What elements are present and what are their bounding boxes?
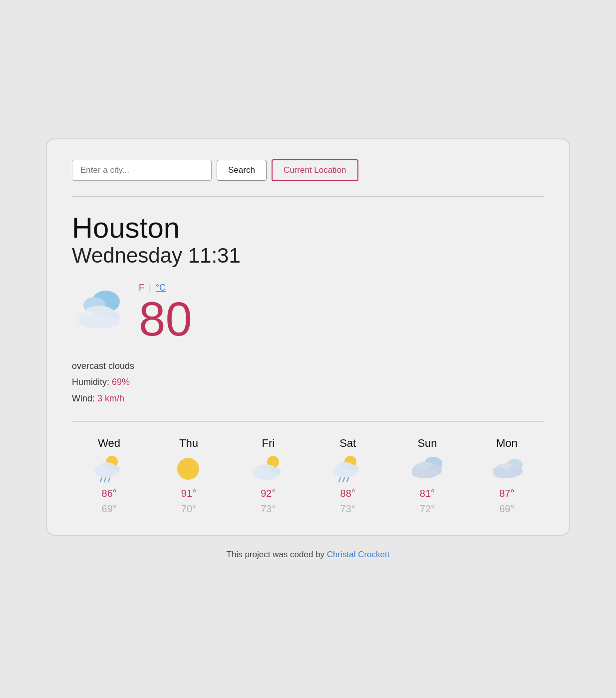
forecast-day-label: Mon xyxy=(496,437,518,450)
temperature-row: F | °C 80 xyxy=(72,283,544,343)
weather-card: Search Current Location Houston Wednesda… xyxy=(46,138,570,536)
forecast-high: 86° xyxy=(102,488,117,499)
forecast-day: Wed 86° 69° xyxy=(72,437,146,515)
forecast-high: 91° xyxy=(181,488,196,499)
svg-line-11 xyxy=(100,478,102,482)
top-divider xyxy=(72,196,544,197)
svg-line-13 xyxy=(108,478,110,482)
date-time: Wednesday 11:31 xyxy=(72,244,544,268)
svg-point-5 xyxy=(79,315,119,329)
humidity-value: 69% xyxy=(112,377,130,387)
svg-point-14 xyxy=(177,458,199,480)
forecast-day: Thu 91° 70° xyxy=(151,437,226,515)
svg-point-10 xyxy=(96,468,118,477)
bottom-divider xyxy=(72,421,544,422)
forecast-day-label: Fri xyxy=(262,437,275,450)
forecast-icon xyxy=(331,454,364,484)
forecast-day-label: Thu xyxy=(179,437,198,450)
forecast-icon xyxy=(491,454,523,484)
current-location-button[interactable]: Current Location xyxy=(272,159,358,181)
forecast-day-label: Sat xyxy=(339,437,356,450)
forecast-icon xyxy=(411,454,443,484)
description: overcast clouds xyxy=(72,358,544,374)
forecast-low: 72° xyxy=(420,503,435,515)
unit-toggle: F | °C xyxy=(139,283,192,293)
search-row: Search Current Location xyxy=(72,159,544,181)
forecast-high: 88° xyxy=(340,488,355,499)
forecast-day: Mon 87° 69° xyxy=(470,437,544,515)
wind-row: Wind: 3 km/h xyxy=(72,390,544,406)
forecast-low: 73° xyxy=(261,503,276,515)
city-search-input[interactable] xyxy=(72,160,212,181)
forecast-low: 69° xyxy=(499,503,514,515)
wind-label: Wind: xyxy=(72,393,95,403)
temp-block: F | °C 80 xyxy=(139,283,192,343)
current-temperature: 80 xyxy=(139,295,192,343)
svg-line-25 xyxy=(339,478,340,482)
forecast-high: 92° xyxy=(261,488,276,499)
forecast-icon xyxy=(252,454,285,484)
footer: This project was coded by Christal Crock… xyxy=(227,550,390,560)
search-button[interactable]: Search xyxy=(217,160,267,181)
forecast-day: Sun 81° 72° xyxy=(390,437,464,515)
forecast-low: 73° xyxy=(340,503,355,515)
wind-value: 3 km/h xyxy=(97,393,124,403)
footer-text: This project was coded by xyxy=(227,550,327,559)
forecast-low: 70° xyxy=(181,503,196,515)
main-weather-icon xyxy=(72,288,127,337)
forecast-day: Sat 88° 73° xyxy=(310,437,385,515)
forecast-row: Wed 86° 69° Thu 91° 70° Fri xyxy=(72,437,544,515)
svg-line-26 xyxy=(343,478,344,482)
city-name: Houston xyxy=(72,212,544,244)
svg-point-19 xyxy=(254,471,278,480)
unit-pipe: | xyxy=(149,283,151,293)
svg-point-37 xyxy=(494,470,518,478)
forecast-day: Fri 92° 73° xyxy=(231,437,306,515)
humidity-label: Humidity: xyxy=(72,377,109,387)
cloud-icon xyxy=(72,288,127,330)
svg-point-32 xyxy=(412,469,438,478)
humidity-row: Humidity: 69% xyxy=(72,374,544,390)
forecast-day-label: Wed xyxy=(98,437,120,450)
forecast-high: 87° xyxy=(499,488,514,499)
forecast-day-label: Sun xyxy=(417,437,437,450)
unit-c-button[interactable]: °C xyxy=(156,283,166,293)
svg-line-12 xyxy=(104,478,106,482)
author-link[interactable]: Christal Crockett xyxy=(327,550,390,559)
svg-line-27 xyxy=(347,478,348,482)
forecast-low: 69° xyxy=(102,503,117,515)
unit-f: F xyxy=(139,283,144,293)
weather-details: overcast clouds Humidity: 69% Wind: 3 km… xyxy=(72,358,544,406)
forecast-icon xyxy=(93,454,125,484)
forecast-icon xyxy=(172,454,205,484)
svg-point-24 xyxy=(334,468,356,477)
forecast-high: 81° xyxy=(420,488,435,499)
